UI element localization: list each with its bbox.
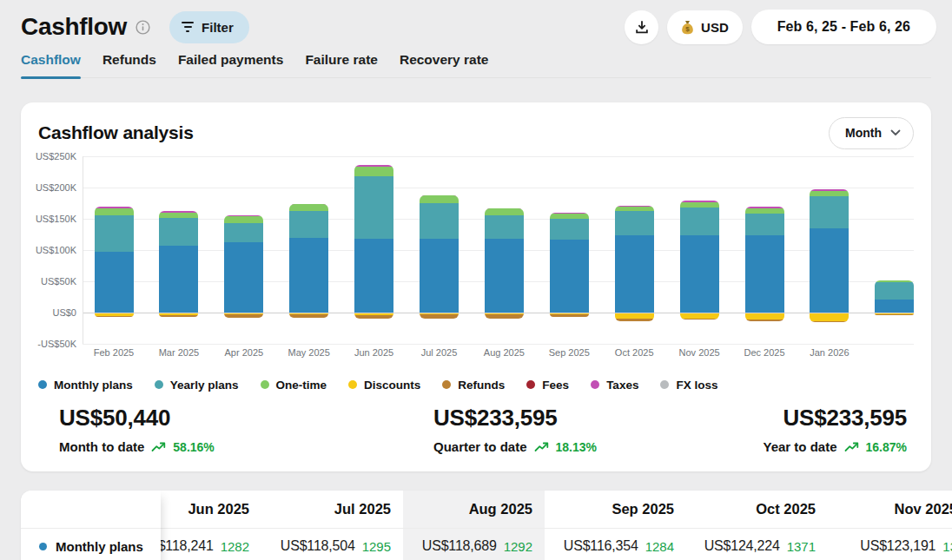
segment-yearly-plans (615, 211, 654, 235)
segment-yearly-plans (95, 215, 134, 252)
legend-label: Yearly plans (170, 379, 239, 392)
chart-legend: Monthly plansYearly plansOne-timeDiscoun… (38, 373, 717, 396)
bar-negative-stack[interactable] (680, 313, 719, 320)
segment-yearly-plans (159, 218, 198, 246)
amount-value: US$118,689 (422, 538, 497, 554)
legend-item-refunds[interactable]: Refunds (442, 379, 505, 392)
table-row-label-cell[interactable]: Monthly plans (21, 529, 161, 560)
tab-recovery-rate[interactable]: Recovery rate (400, 52, 489, 77)
segment-monthly-plans (875, 300, 914, 313)
column-value-cell: US$118,6891292 (403, 529, 545, 560)
column-value-cell: US$118,5041295 (261, 529, 403, 560)
legend-item-fees[interactable]: Fees (526, 379, 569, 392)
download-icon (634, 19, 650, 35)
interval-select[interactable]: Month (829, 117, 914, 149)
legend-item-taxes[interactable]: Taxes (591, 379, 638, 392)
count-value: 1295 (362, 539, 391, 554)
bar-negative-stack[interactable] (420, 313, 459, 319)
bar-positive-stack[interactable] (875, 280, 914, 313)
table-column-sep-2025[interactable]: Sep 2025US$116,3541284 (545, 491, 686, 560)
legend-dot-icon (348, 380, 357, 389)
bar-negative-stack[interactable] (95, 313, 134, 317)
bar-positive-stack[interactable] (550, 213, 589, 313)
bar-positive-stack[interactable] (95, 207, 134, 313)
segment-refunds (354, 315, 393, 319)
legend-item-yearly-plans[interactable]: Yearly plans (155, 379, 239, 392)
filter-button[interactable]: Filter (169, 11, 249, 43)
amount-value: US$123,191 (860, 538, 935, 554)
segment-monthly-plans (680, 235, 719, 313)
bar-negative-stack[interactable] (289, 313, 328, 318)
legend-dot-icon (526, 380, 535, 389)
bar-negative-stack[interactable] (810, 313, 849, 322)
bar-positive-stack[interactable] (420, 195, 459, 313)
segment-refunds (875, 314, 914, 315)
bar-negative-stack[interactable] (485, 313, 524, 319)
segment-one-time (420, 195, 459, 203)
bar-positive-stack[interactable] (485, 208, 524, 313)
bar-positive-stack[interactable] (745, 207, 784, 313)
table-column-jul-2025[interactable]: Jul 2025US$118,5041295 (261, 491, 403, 560)
trend-up-icon (844, 442, 859, 452)
bar-negative-stack[interactable] (615, 313, 654, 321)
currency-button[interactable]: $ USD (667, 10, 743, 44)
summary-month-to-date: US$50,440Month to date58.16% (59, 405, 215, 454)
y-axis-tick-label: -US$50K (24, 339, 76, 349)
bar-negative-stack[interactable] (745, 313, 784, 321)
count-value: 1284 (645, 539, 674, 554)
bar-positive-stack[interactable] (354, 165, 393, 313)
bar-negative-stack[interactable] (159, 313, 198, 317)
bar-negative-stack[interactable] (875, 313, 914, 315)
summary-change: 18.13% (556, 440, 597, 454)
tab-failure-rate[interactable]: Failure rate (305, 52, 378, 77)
tab-failed-payments[interactable]: Failed payments (178, 52, 283, 77)
segment-discounts (810, 313, 849, 321)
segment-refunds (745, 320, 784, 321)
count-value: 13 (942, 539, 952, 554)
legend-item-fx-loss[interactable]: FX loss (660, 379, 717, 392)
legend-dot-icon (591, 380, 599, 389)
bar-negative-stack[interactable] (550, 313, 589, 317)
bar-positive-stack[interactable] (810, 189, 849, 313)
column-value-cell: US$116,3541284 (545, 529, 686, 560)
legend-label: Discounts (364, 379, 420, 392)
tab-refunds[interactable]: Refunds (102, 52, 156, 77)
legend-dot-icon (155, 380, 163, 389)
table-column-nov-2025[interactable]: Nov 2025US$123,19113 (828, 491, 952, 560)
table-column-aug-2025[interactable]: Aug 2025US$118,6891292 (403, 491, 545, 560)
header: Cashflow Filter $ USD Feb 6, 25 - Feb 6,… (21, 9, 936, 45)
segment-yearly-plans (810, 196, 849, 228)
segment-yearly-plans (485, 215, 524, 239)
bar-negative-stack[interactable] (354, 313, 393, 319)
legend-dot-icon (442, 380, 451, 389)
summary-label: Year to date (763, 439, 836, 454)
segment-refunds (224, 314, 263, 318)
bar-negative-stack[interactable] (224, 313, 263, 318)
bar-positive-stack[interactable] (159, 211, 198, 313)
summary-value: US$233,595 (763, 405, 907, 432)
download-button[interactable] (625, 10, 658, 44)
info-icon[interactable] (136, 20, 150, 35)
summary-subrow: Year to date16.87% (763, 439, 907, 454)
bar-positive-stack[interactable] (615, 206, 654, 313)
table-column-oct-2025[interactable]: Oct 2025US$124,2241371 (686, 491, 828, 560)
summary-value: US$233,595 (433, 405, 597, 432)
money-bag-icon: $ (681, 20, 694, 35)
date-range-button[interactable]: Feb 6, 25 - Feb 6, 26 (751, 10, 936, 44)
segment-monthly-plans (550, 240, 589, 313)
legend-item-discounts[interactable]: Discounts (348, 379, 420, 392)
tab-cashflow[interactable]: Cashflow (21, 52, 81, 77)
bar-positive-stack[interactable] (289, 204, 328, 313)
summary-change: 16.87% (866, 440, 907, 454)
filter-label: Filter (202, 20, 234, 35)
bar-positive-stack[interactable] (224, 215, 263, 313)
bar-positive-stack[interactable] (680, 201, 719, 313)
segment-yearly-plans (875, 282, 914, 300)
segment-monthly-plans (485, 239, 524, 313)
segment-one-time (289, 204, 328, 210)
segment-monthly-plans (420, 239, 459, 313)
segment-one-time (224, 216, 263, 223)
legend-item-one-time[interactable]: One-time (261, 379, 327, 392)
legend-item-monthly-plans[interactable]: Monthly plans (38, 379, 133, 392)
count-value: 1371 (787, 539, 816, 554)
